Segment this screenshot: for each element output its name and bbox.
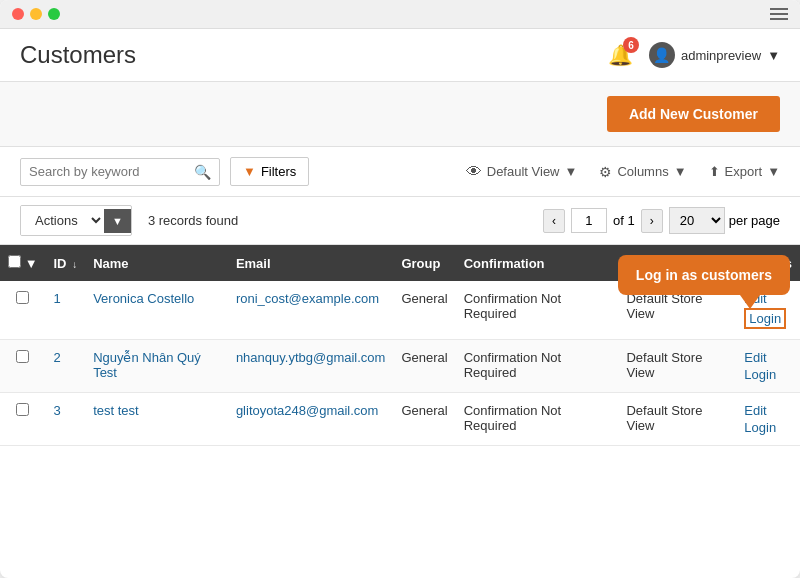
edit-login-links: Edit Login [744,403,792,435]
notification-bell[interactable]: 🔔 6 [608,43,633,67]
row-email: roni_cost@example.com [228,281,394,340]
default-view-select[interactable]: 👁 Default View ▼ [466,163,578,181]
filter-funnel-icon: ▼ [243,164,256,179]
table-row: 2 Nguyễn Nhân Quý Test nhanquy.ytbg@gmai… [0,340,800,393]
row-email: glitoyota248@gmail.com [228,393,394,446]
columns-button[interactable]: ⚙ Columns ▼ [599,164,686,180]
eye-icon: 👁 [466,163,482,181]
app-window: Customers 🔔 6 👤 adminpreview ▼ Add New C… [0,0,800,578]
row-email-link[interactable]: glitoyota248@gmail.com [236,403,379,418]
table-row: 3 test test glitoyota248@gmail.com Gener… [0,393,800,446]
add-customer-button[interactable]: Add New Customer [607,96,780,132]
row-checkbox[interactable] [16,291,29,304]
row-name-link[interactable]: Veronica Costello [93,291,194,306]
row-actions-cell: Edit Login [736,340,800,393]
window-dot-red[interactable] [12,8,24,20]
row-name-link[interactable]: test test [93,403,139,418]
row-name: Nguyễn Nhân Quý Test [85,340,228,393]
select-all-checkbox[interactable] [8,255,21,268]
row-checkbox-cell[interactable] [0,393,46,446]
tooltip-bubble: Log in as customers [618,255,790,295]
search-input[interactable] [29,164,194,179]
row-name-link[interactable]: Nguyễn Nhân Quý Test [93,350,201,380]
row-confirmation: Confirmation Not Required [456,340,619,393]
toolbar: Add New Customer [0,82,800,147]
row-email-link[interactable]: nhanquy.ytbg@gmail.com [236,350,386,365]
title-bar [0,0,800,29]
row-actions-cell: Edit Login [736,393,800,446]
export-button[interactable]: ⬆ Export ▼ [709,164,780,179]
row-website: Default Store View [618,393,736,446]
row-confirmation: Confirmation Not Required [456,281,619,340]
hamburger-menu-icon[interactable] [770,8,788,20]
row-name: Veronica Costello [85,281,228,340]
row-group: General [393,281,455,340]
row-id: 3 [46,393,86,446]
row-confirmation: Confirmation Not Required [456,393,619,446]
actions-dropdown[interactable]: Actions [21,206,104,235]
export-label: Export [725,164,763,179]
window-dot-yellow[interactable] [30,8,42,20]
row-id: 1 [46,281,86,340]
export-dropdown-arrow: ▼ [767,164,780,179]
per-page-select[interactable]: 20 50 100 per page [669,207,780,234]
search-input-wrapper[interactable]: 🔍 [20,158,220,186]
notification-badge: 6 [623,37,639,53]
row-login-link[interactable]: Login [744,420,776,435]
row-checkbox-cell[interactable] [0,281,46,340]
page-title: Customers [20,41,136,69]
row-website: Default Store View [618,340,736,393]
gear-icon: ⚙ [599,164,612,180]
col-confirmation[interactable]: Confir­ma­tion [456,245,619,281]
row-id-link[interactable]: 1 [54,291,61,306]
records-found: 3 records found [148,213,238,228]
filters-bar: 🔍 ▼ Filters 👁 Default View ▼ ⚙ Columns ▼… [0,147,800,197]
columns-label: Columns [617,164,668,179]
header-right: 🔔 6 👤 adminpreview ▼ [608,42,780,68]
row-id-link[interactable]: 3 [54,403,61,418]
actions-dropdown-arrow[interactable]: ▼ [104,209,131,233]
page-header: Customers 🔔 6 👤 adminpreview ▼ [0,29,800,82]
col-name[interactable]: Name [85,245,228,281]
row-edit-link[interactable]: Edit [744,403,766,418]
row-email-link[interactable]: roni_cost@example.com [236,291,379,306]
edit-login-links: Edit Login [744,350,792,382]
filters-button[interactable]: ▼ Filters [230,157,309,186]
prev-page-button[interactable]: ‹ [543,209,565,233]
per-page-label: per page [729,213,780,228]
page-total-label: of 1 [613,213,635,228]
row-id: 2 [46,340,86,393]
row-login-link[interactable]: Login [744,308,786,329]
row-checkbox-cell[interactable] [0,340,46,393]
window-dot-green[interactable] [48,8,60,20]
col-checkbox[interactable]: ▼ [0,245,46,281]
col-id[interactable]: ID ↓ [46,245,86,281]
page-number-input[interactable] [571,208,607,233]
row-name: test test [85,393,228,446]
row-group: General [393,340,455,393]
view-label: Default View [487,164,560,179]
pagination: ‹ of 1 › 20 50 100 per page [543,207,780,234]
user-name-label: adminpreview [681,48,761,63]
search-icon: 🔍 [194,164,211,180]
row-checkbox[interactable] [16,403,29,416]
user-menu[interactable]: 👤 adminpreview ▼ [649,42,780,68]
row-checkbox[interactable] [16,350,29,363]
export-icon: ⬆ [709,164,720,179]
user-dropdown-arrow: ▼ [767,48,780,63]
actions-select[interactable]: Actions ▼ [20,205,132,236]
per-page-dropdown[interactable]: 20 50 100 [669,207,725,234]
col-group[interactable]: Group [393,245,455,281]
next-page-button[interactable]: › [641,209,663,233]
filters-button-label: Filters [261,164,296,179]
col-email[interactable]: Email [228,245,394,281]
row-group: General [393,393,455,446]
table-container: Log in as customers ▼ ID ↓ Name Email Gr… [0,245,800,578]
row-login-link[interactable]: Login [744,367,776,382]
row-edit-link[interactable]: Edit [744,350,766,365]
view-dropdown-arrow: ▼ [565,164,578,179]
user-avatar-icon: 👤 [649,42,675,68]
col-sort-icon: ▼ [25,256,38,271]
actions-bar: Actions ▼ 3 records found ‹ of 1 › 20 50… [0,197,800,245]
row-id-link[interactable]: 2 [54,350,61,365]
